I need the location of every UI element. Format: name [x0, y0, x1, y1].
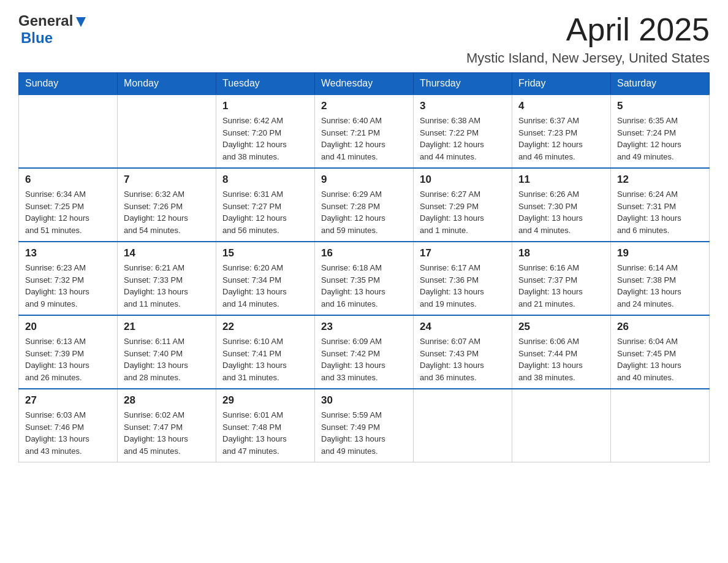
calendar-cell: 18Sunrise: 6:16 AM Sunset: 7:37 PM Dayli… [512, 242, 611, 315]
day-info: Sunrise: 6:31 AM Sunset: 7:27 PM Dayligh… [222, 188, 308, 236]
day-info: Sunrise: 6:27 AM Sunset: 7:29 PM Dayligh… [420, 188, 506, 236]
day-info: Sunrise: 6:04 AM Sunset: 7:45 PM Dayligh… [617, 335, 703, 383]
day-number: 18 [518, 247, 604, 259]
day-number: 28 [124, 394, 210, 407]
day-info: Sunrise: 6:03 AM Sunset: 7:46 PM Dayligh… [25, 409, 111, 457]
day-info: Sunrise: 6:21 AM Sunset: 7:33 PM Dayligh… [124, 262, 210, 310]
day-info: Sunrise: 6:37 AM Sunset: 7:23 PM Dayligh… [518, 115, 604, 163]
day-info: Sunrise: 6:10 AM Sunset: 7:41 PM Dayligh… [222, 335, 308, 383]
calendar-cell [512, 389, 611, 462]
day-info: Sunrise: 6:18 AM Sunset: 7:35 PM Dayligh… [321, 262, 407, 310]
logo-general-text: General [18, 12, 73, 29]
calendar-header-row: SundayMondayTuesdayWednesdayThursdayFrid… [19, 73, 710, 95]
day-info: Sunrise: 6:07 AM Sunset: 7:43 PM Dayligh… [420, 335, 506, 383]
calendar-cell [611, 389, 710, 462]
calendar-cell: 28Sunrise: 6:02 AM Sunset: 7:47 PM Dayli… [118, 389, 216, 462]
day-info: Sunrise: 6:40 AM Sunset: 7:21 PM Dayligh… [321, 115, 407, 163]
day-number: 30 [321, 394, 407, 407]
day-info: Sunrise: 6:23 AM Sunset: 7:32 PM Dayligh… [25, 262, 111, 310]
calendar-week-row: 27Sunrise: 6:03 AM Sunset: 7:46 PM Dayli… [19, 389, 710, 462]
day-info: Sunrise: 6:32 AM Sunset: 7:26 PM Dayligh… [124, 188, 210, 236]
calendar-cell: 10Sunrise: 6:27 AM Sunset: 7:29 PM Dayli… [414, 168, 512, 242]
day-number: 11 [518, 174, 604, 186]
calendar-cell: 4Sunrise: 6:37 AM Sunset: 7:23 PM Daylig… [512, 94, 611, 168]
calendar-week-row: 13Sunrise: 6:23 AM Sunset: 7:32 PM Dayli… [19, 242, 710, 315]
day-number: 3 [420, 100, 506, 112]
calendar-cell: 24Sunrise: 6:07 AM Sunset: 7:43 PM Dayli… [414, 315, 512, 389]
svg-marker-0 [76, 17, 86, 27]
day-info: Sunrise: 6:14 AM Sunset: 7:38 PM Dayligh… [617, 262, 703, 310]
day-info: Sunrise: 6:34 AM Sunset: 7:25 PM Dayligh… [25, 188, 111, 236]
day-number: 4 [518, 100, 604, 112]
calendar-cell: 20Sunrise: 6:13 AM Sunset: 7:39 PM Dayli… [19, 315, 118, 389]
day-number: 16 [321, 247, 407, 259]
calendar-cell: 27Sunrise: 6:03 AM Sunset: 7:46 PM Dayli… [19, 389, 118, 462]
calendar-cell: 11Sunrise: 6:26 AM Sunset: 7:30 PM Dayli… [512, 168, 611, 242]
day-info: Sunrise: 6:11 AM Sunset: 7:40 PM Dayligh… [124, 335, 210, 383]
location-subtitle: Mystic Island, New Jersey, United States [466, 50, 710, 66]
day-number: 12 [617, 174, 703, 186]
day-info: Sunrise: 6:35 AM Sunset: 7:24 PM Dayligh… [617, 115, 703, 163]
calendar-cell: 26Sunrise: 6:04 AM Sunset: 7:45 PM Dayli… [611, 315, 710, 389]
calendar-cell: 25Sunrise: 6:06 AM Sunset: 7:44 PM Dayli… [512, 315, 611, 389]
day-number: 22 [222, 321, 308, 333]
day-number: 29 [222, 394, 308, 407]
calendar-cell: 7Sunrise: 6:32 AM Sunset: 7:26 PM Daylig… [118, 168, 216, 242]
calendar-cell: 19Sunrise: 6:14 AM Sunset: 7:38 PM Dayli… [611, 242, 710, 315]
calendar-cell: 15Sunrise: 6:20 AM Sunset: 7:34 PM Dayli… [216, 242, 315, 315]
column-header-thursday: Thursday [414, 73, 512, 95]
day-info: Sunrise: 5:59 AM Sunset: 7:49 PM Dayligh… [321, 409, 407, 457]
day-number: 20 [25, 321, 111, 333]
day-info: Sunrise: 6:06 AM Sunset: 7:44 PM Dayligh… [518, 335, 604, 383]
column-header-monday: Monday [118, 73, 216, 95]
calendar-table: SundayMondayTuesdayWednesdayThursdayFrid… [18, 72, 710, 462]
calendar-week-row: 20Sunrise: 6:13 AM Sunset: 7:39 PM Dayli… [19, 315, 710, 389]
logo: General Blue [18, 12, 88, 47]
calendar-cell [19, 94, 118, 168]
day-info: Sunrise: 6:42 AM Sunset: 7:20 PM Dayligh… [222, 115, 308, 163]
calendar-cell: 30Sunrise: 5:59 AM Sunset: 7:49 PM Dayli… [315, 389, 414, 462]
calendar-cell: 2Sunrise: 6:40 AM Sunset: 7:21 PM Daylig… [315, 94, 414, 168]
day-number: 19 [617, 247, 703, 259]
day-info: Sunrise: 6:13 AM Sunset: 7:39 PM Dayligh… [25, 335, 111, 383]
calendar-cell: 9Sunrise: 6:29 AM Sunset: 7:28 PM Daylig… [315, 168, 414, 242]
day-number: 25 [518, 321, 604, 333]
day-info: Sunrise: 6:02 AM Sunset: 7:47 PM Dayligh… [124, 409, 210, 457]
title-section: April 2025 Mystic Island, New Jersey, Un… [466, 12, 710, 66]
column-header-tuesday: Tuesday [216, 73, 315, 95]
calendar-cell: 13Sunrise: 6:23 AM Sunset: 7:32 PM Dayli… [19, 242, 118, 315]
calendar-cell: 29Sunrise: 6:01 AM Sunset: 7:48 PM Dayli… [216, 389, 315, 462]
calendar-week-row: 1Sunrise: 6:42 AM Sunset: 7:20 PM Daylig… [19, 94, 710, 168]
day-info: Sunrise: 6:38 AM Sunset: 7:22 PM Dayligh… [420, 115, 506, 163]
day-number: 17 [420, 247, 506, 259]
day-number: 14 [124, 247, 210, 259]
calendar-cell: 16Sunrise: 6:18 AM Sunset: 7:35 PM Dayli… [315, 242, 414, 315]
day-number: 6 [25, 174, 111, 186]
day-info: Sunrise: 6:26 AM Sunset: 7:30 PM Dayligh… [518, 188, 604, 236]
day-number: 13 [25, 247, 111, 259]
day-number: 26 [617, 321, 703, 333]
day-info: Sunrise: 6:01 AM Sunset: 7:48 PM Dayligh… [222, 409, 308, 457]
day-number: 15 [222, 247, 308, 259]
column-header-sunday: Sunday [19, 73, 118, 95]
day-info: Sunrise: 6:20 AM Sunset: 7:34 PM Dayligh… [222, 262, 308, 310]
day-number: 2 [321, 100, 407, 112]
page-header: General Blue April 2025 Mystic Island, N… [18, 12, 710, 66]
day-number: 5 [617, 100, 703, 112]
day-info: Sunrise: 6:09 AM Sunset: 7:42 PM Dayligh… [321, 335, 407, 383]
calendar-cell: 8Sunrise: 6:31 AM Sunset: 7:27 PM Daylig… [216, 168, 315, 242]
logo-triangle-icon [74, 15, 88, 28]
column-header-friday: Friday [512, 73, 611, 95]
calendar-cell: 12Sunrise: 6:24 AM Sunset: 7:31 PM Dayli… [611, 168, 710, 242]
day-number: 21 [124, 321, 210, 333]
calendar-cell [414, 389, 512, 462]
day-info: Sunrise: 6:17 AM Sunset: 7:36 PM Dayligh… [420, 262, 506, 310]
day-info: Sunrise: 6:24 AM Sunset: 7:31 PM Dayligh… [617, 188, 703, 236]
calendar-cell: 5Sunrise: 6:35 AM Sunset: 7:24 PM Daylig… [611, 94, 710, 168]
day-info: Sunrise: 6:29 AM Sunset: 7:28 PM Dayligh… [321, 188, 407, 236]
calendar-cell: 22Sunrise: 6:10 AM Sunset: 7:41 PM Dayli… [216, 315, 315, 389]
calendar-cell: 21Sunrise: 6:11 AM Sunset: 7:40 PM Dayli… [118, 315, 216, 389]
calendar-cell: 14Sunrise: 6:21 AM Sunset: 7:33 PM Dayli… [118, 242, 216, 315]
day-number: 9 [321, 174, 407, 186]
day-number: 8 [222, 174, 308, 186]
